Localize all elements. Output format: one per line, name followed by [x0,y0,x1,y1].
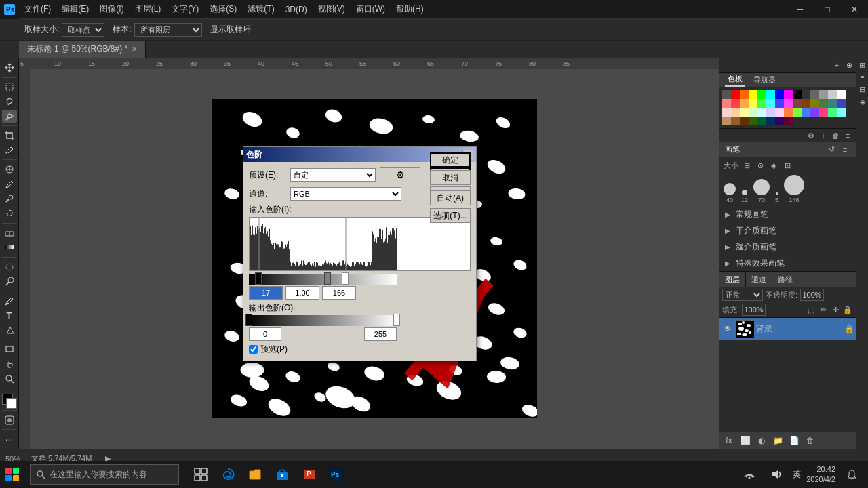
new-adjustment-layer[interactable]: ◐ [755,434,768,447]
clone-stamp-tool[interactable] [2,192,17,206]
brush-size-5[interactable]: 146 [784,175,804,203]
menu-edit[interactable]: 编辑(E) [56,1,94,18]
swatch-lavender[interactable] [766,108,775,117]
minimize-button[interactable]: ─ [787,0,814,19]
swatch-green[interactable] [757,90,766,99]
menu-window[interactable]: 窗口(W) [351,1,391,18]
brush-type-dry[interactable]: ▶ 干介质画笔 [719,222,856,239]
add-layer-style[interactable]: fx [722,434,736,447]
swatch-navy[interactable] [837,99,846,108]
path-selection-tool[interactable] [2,323,17,337]
swatch-forest[interactable] [819,99,828,108]
taskbar-search[interactable]: 在这里输入你要搜索的内容 [30,464,179,485]
delete-layer[interactable]: 🗑 [804,434,817,447]
swatch-coral[interactable] [784,108,793,117]
brush-refresh[interactable]: ↺ [826,144,837,155]
add-mask[interactable]: ⬜ [738,434,752,447]
swatch-lighter[interactable] [828,90,837,99]
panel-toggle-4[interactable]: ◈ [857,96,868,107]
taskbar-store[interactable] [271,464,293,485]
panel-toggle-1[interactable]: ⊞ [857,60,868,70]
swatch-red[interactable] [731,90,740,99]
menu-text[interactable]: 文字(Y) [166,1,204,18]
swatch-orange2[interactable] [740,99,749,108]
brush-type-special[interactable]: ▶ 特殊效果画笔 [719,255,856,271]
swatch-pale-pink[interactable] [722,108,731,117]
swatch-gray[interactable] [722,90,731,99]
brush-size-2[interactable]: 12 [741,190,748,203]
brush-menu[interactable]: ≡ [840,144,850,155]
swatch-pale-green[interactable] [749,108,757,117]
brush-type-wet[interactable]: ▶ 湿介质画笔 [719,239,856,255]
lock-position[interactable]: ✛ [830,304,841,315]
taskbar-edge[interactable] [217,464,239,485]
swatch-olive[interactable] [810,99,819,108]
swatch-mid[interactable] [810,90,819,99]
cancel-button-right[interactable]: 取消 [430,170,471,185]
swatch-purple[interactable] [810,108,819,117]
taskbar-explorer[interactable] [244,464,266,485]
swatch-yellow2[interactable] [749,99,757,108]
eraser-tool[interactable] [2,226,17,240]
preset-select[interactable]: 自定 [290,168,376,182]
swatch-teal[interactable] [828,99,837,108]
swatch-cyan[interactable] [766,90,775,99]
menu-select[interactable]: 选择(S) [204,1,242,18]
brush-type-regular[interactable]: ▶ 常规画笔 [719,206,856,222]
pen-tool[interactable] [2,294,17,308]
menu-filter[interactable]: 滤镜(T) [242,1,279,18]
taskbar-task-view[interactable] [190,464,212,485]
brush-icon2[interactable]: ⊡ [782,160,793,171]
output-white-thumb[interactable] [393,314,400,326]
crop-tool[interactable] [2,129,17,142]
sample-select[interactable]: 所有图层 [134,23,202,37]
swatch-lime[interactable] [793,108,802,117]
lock-transparent[interactable]: ⬚ [806,304,816,315]
swatch-tan[interactable] [722,117,731,125]
brush-size-reset[interactable]: ⊞ [741,160,752,171]
panel-zoom-in[interactable]: + [831,60,842,70]
layer-item-background[interactable]: 👁 背景 🔒 [719,318,856,340]
preview-checkbox[interactable] [249,345,258,354]
marquee-tool[interactable] [2,81,17,94]
quick-mask-tool[interactable] [2,413,17,427]
taskbar-photoshop[interactable]: Ps [326,464,347,485]
swatch-green2[interactable] [757,99,766,108]
color-panel-settings[interactable]: ⚙ [806,130,816,141]
output-black-thumb[interactable] [245,314,252,326]
swatch-mint[interactable] [828,108,837,117]
auto-button[interactable]: 自动(A) [430,190,471,205]
color-tab[interactable]: 色板 [725,73,745,87]
swatch-light-cyan[interactable] [837,108,846,117]
eyedropper-tool[interactable] [2,144,17,157]
healing-tool[interactable] [2,163,17,176]
input-slider-track[interactable] [249,274,397,285]
swatch-hot-pink[interactable] [819,108,828,117]
swatch-pale-magenta[interactable] [775,108,784,117]
color-panel-menu[interactable]: ≡ [842,130,853,141]
swatch-magenta2[interactable] [784,99,793,108]
brush-picker[interactable]: ⊙ [755,160,766,171]
color-panel-delete[interactable]: 🗑 [830,130,841,141]
taskbar-volume[interactable] [766,464,787,485]
input-gray-thumb[interactable] [324,272,331,285]
brush-size-1[interactable]: 40 [724,183,736,203]
channels-tab[interactable]: 通道 [746,272,772,287]
swatch-black[interactable] [793,90,802,99]
tab-close-button[interactable]: ✕ [132,45,137,53]
fill-input[interactable] [742,304,766,316]
swatch-white[interactable] [837,90,846,99]
output-black-value[interactable] [249,327,281,341]
opacity-input[interactable] [800,289,824,301]
blend-mode-select[interactable]: 正常 [722,289,763,301]
panel-toggle-3[interactable]: ⊟ [857,84,868,95]
channel-select[interactable]: RGB [290,187,401,201]
swatch-magenta[interactable] [784,90,793,99]
new-group[interactable]: 📁 [771,434,785,447]
brush-size-4[interactable]: 5 [775,192,778,203]
menu-help[interactable]: 帮助(H) [391,1,429,18]
gradient-tool[interactable] [2,241,17,254]
rectangle-tool[interactable] [2,343,17,357]
layers-tab[interactable]: 图层 [719,272,746,287]
swatch-cyan2[interactable] [766,99,775,108]
